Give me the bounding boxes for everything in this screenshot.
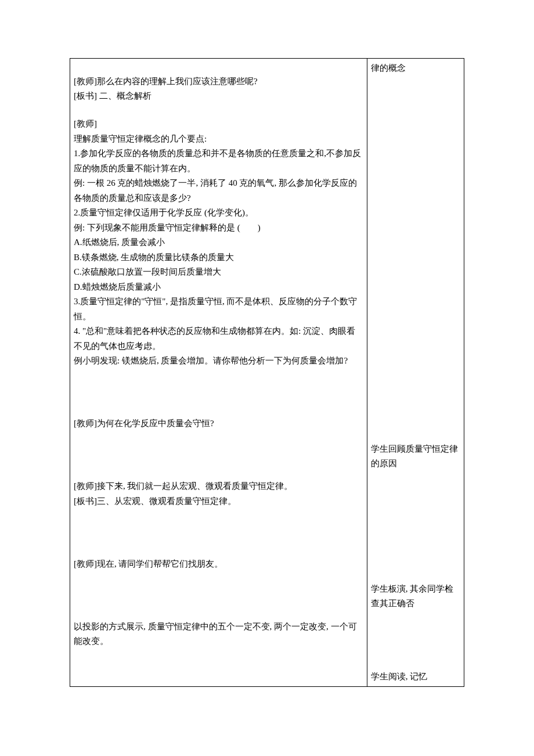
points-intro: 理解质量守恒定律概念的几个要点:: [74, 132, 363, 147]
board-note: [板书] 二、概念解析: [74, 89, 363, 104]
point-4: 4. "总和"意味着把各种状态的反应物和生成物都算在内。如: 沉淀、肉眼看不见的…: [74, 324, 363, 354]
option-d: D.蜡烛燃烧后质量减小: [74, 280, 363, 295]
student-cell: 律的概念 学生回顾质量守恒定律的原因 学生板演, 其余同学检查其正确否 学生阅读…: [367, 59, 464, 687]
table-row: [教师]那么在内容的理解上我们应该注意哪些呢? [板书] 二、概念解析 [教师]…: [70, 59, 464, 687]
point-3: 3.质量守恒定律的"守恒", 是指质量守恒, 而不是体积、反应物的分子个数守恒。: [74, 294, 363, 324]
teacher-transition: [教师]接下来, 我们就一起从宏观、微观看质量守恒定律。: [74, 479, 363, 494]
document-page: [教师]那么在内容的理解上我们应该注意哪些呢? [板书] 二、概念解析 [教师]…: [0, 0, 534, 756]
board-note-3: [板书]三、从宏观、微观看质量守恒定律。: [74, 494, 363, 509]
point-1: 1.参加化学反应的各物质的质量总和并不是各物质的任意质量之和,不参加反应的物质的…: [74, 146, 363, 176]
point-2: 2.质量守恒定律仅适用于化学反应 (化学变化)。: [74, 206, 363, 221]
student-recall: 学生回顾质量守恒定律的原因: [371, 442, 460, 471]
example-3: 例小明发现: 镁燃烧后, 质量会增加。请你帮他分析一下为何质量会增加?: [74, 354, 363, 369]
option-a: A.纸燃烧后, 质量会减小: [74, 235, 363, 250]
example-1: 例: 一根 26 克的蜡烛燃烧了一半, 消耗了 40 克的氧气, 那么参加化学反…: [74, 176, 363, 206]
option-b: B.镁条燃烧, 生成物的质量比镁条的质量大: [74, 250, 363, 265]
lesson-table: [教师]那么在内容的理解上我们应该注意哪些呢? [板书] 二、概念解析 [教师]…: [70, 58, 464, 687]
example-2: 例: 下列现象不能用质量守恒定律解释的是 ( ): [74, 221, 363, 236]
teacher-cell: [教师]那么在内容的理解上我们应该注意哪些呢? [板书] 二、概念解析 [教师]…: [70, 59, 367, 687]
student-board-work: 学生板演, 其余同学检查其正确否: [371, 582, 460, 611]
student-note-continuation: 律的概念: [371, 61, 460, 76]
teacher-question: [教师]为何在化学反应中质量会守恒?: [74, 416, 363, 431]
student-reading: 学生阅读, 记忆: [371, 669, 460, 685]
teacher-label: [教师]: [74, 117, 363, 132]
option-c: C.浓硫酸敞口放置一段时间后质量增大: [74, 265, 363, 280]
projection-note: 以投影的方式展示, 质量守恒定律中的五个一定不变, 两个一定改变, 一个可能改变…: [74, 620, 363, 649]
teacher-prompt: [教师]那么在内容的理解上我们应该注意哪些呢?: [74, 74, 363, 89]
teacher-activity: [教师]现在, 请同学们帮帮它们找朋友。: [74, 557, 363, 572]
